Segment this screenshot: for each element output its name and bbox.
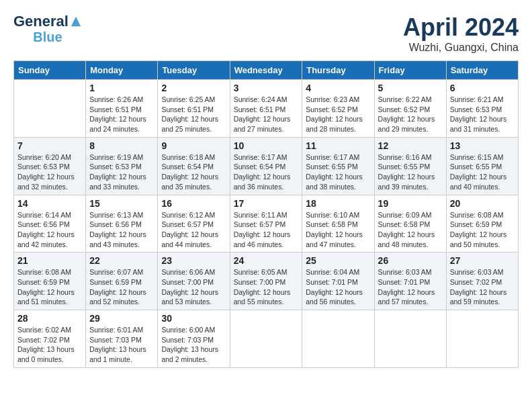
day-number: 22: [89, 255, 154, 266]
day-info: Sunrise: 6:25 AM Sunset: 6:51 PM Dayligh…: [161, 95, 226, 134]
day-number: 8: [89, 140, 154, 151]
day-info: Sunrise: 6:12 AM Sunset: 6:57 PM Dayligh…: [161, 210, 226, 250]
calendar-cell: 16Sunrise: 6:12 AM Sunset: 6:57 PM Dayli…: [158, 195, 230, 253]
day-number: 18: [306, 198, 370, 209]
calendar-cell: 3Sunrise: 6:24 AM Sunset: 6:51 PM Daylig…: [230, 80, 302, 138]
logo-text: General: [13, 13, 69, 30]
day-number: 10: [234, 140, 299, 151]
day-number: 11: [306, 140, 370, 151]
header: General Blue April 2024 Wuzhi, Guangxi, …: [13, 13, 519, 54]
day-info: Sunrise: 6:20 AM Sunset: 6:53 PM Dayligh…: [17, 152, 82, 192]
month-title: April 2024: [403, 13, 519, 42]
day-info: Sunrise: 6:14 AM Sunset: 6:56 PM Dayligh…: [17, 210, 82, 250]
day-number: 27: [450, 255, 515, 266]
calendar-cell: 6Sunrise: 6:21 AM Sunset: 6:53 PM Daylig…: [446, 80, 518, 138]
calendar-cell: 4Sunrise: 6:23 AM Sunset: 6:52 PM Daylig…: [302, 80, 374, 138]
svg-marker-0: [71, 17, 81, 26]
location-subtitle: Wuzhi, Guangxi, China: [403, 42, 519, 54]
calendar-cell: 29Sunrise: 6:01 AM Sunset: 7:03 PM Dayli…: [86, 310, 158, 368]
calendar-cell: 1Sunrise: 6:26 AM Sunset: 6:51 PM Daylig…: [86, 80, 158, 138]
day-info: Sunrise: 6:15 AM Sunset: 6:55 PM Dayligh…: [450, 152, 515, 192]
header-cell-saturday: Saturday: [446, 61, 518, 80]
calendar-cell: 15Sunrise: 6:13 AM Sunset: 6:56 PM Dayli…: [86, 195, 158, 253]
day-info: Sunrise: 6:19 AM Sunset: 6:53 PM Dayligh…: [89, 152, 154, 192]
day-info: Sunrise: 6:03 AM Sunset: 7:02 PM Dayligh…: [450, 267, 515, 307]
day-info: Sunrise: 6:09 AM Sunset: 6:58 PM Dayligh…: [378, 210, 443, 250]
day-number: 23: [161, 255, 226, 266]
header-cell-wednesday: Wednesday: [230, 61, 302, 80]
calendar-cell: 9Sunrise: 6:18 AM Sunset: 6:54 PM Daylig…: [158, 137, 230, 195]
day-number: 26: [378, 255, 443, 266]
day-info: Sunrise: 6:23 AM Sunset: 6:52 PM Dayligh…: [306, 95, 370, 134]
header-cell-monday: Monday: [86, 61, 158, 80]
calendar-week-row: 7Sunrise: 6:20 AM Sunset: 6:53 PM Daylig…: [14, 137, 519, 195]
calendar-cell: 22Sunrise: 6:07 AM Sunset: 6:59 PM Dayli…: [86, 253, 158, 310]
calendar-cell: 11Sunrise: 6:17 AM Sunset: 6:55 PM Dayli…: [302, 137, 374, 195]
day-number: 15: [89, 198, 154, 209]
title-area: April 2024 Wuzhi, Guangxi, China: [403, 13, 519, 54]
day-number: 12: [378, 140, 443, 151]
logo-icon: [70, 15, 82, 28]
day-info: Sunrise: 6:17 AM Sunset: 6:54 PM Dayligh…: [234, 152, 299, 192]
header-cell-tuesday: Tuesday: [158, 61, 230, 80]
day-info: Sunrise: 6:21 AM Sunset: 6:53 PM Dayligh…: [450, 95, 515, 134]
day-info: Sunrise: 6:01 AM Sunset: 7:03 PM Dayligh…: [89, 325, 154, 365]
day-info: Sunrise: 6:04 AM Sunset: 7:01 PM Dayligh…: [306, 267, 370, 307]
calendar-cell: [446, 310, 518, 368]
day-number: 6: [450, 83, 515, 93]
calendar-cell: 28Sunrise: 6:02 AM Sunset: 7:02 PM Dayli…: [14, 310, 86, 368]
day-info: Sunrise: 6:06 AM Sunset: 7:00 PM Dayligh…: [161, 267, 226, 307]
day-number: 14: [17, 198, 82, 209]
calendar-cell: [14, 80, 86, 138]
day-info: Sunrise: 6:05 AM Sunset: 7:00 PM Dayligh…: [234, 267, 299, 307]
day-info: Sunrise: 6:08 AM Sunset: 6:59 PM Dayligh…: [17, 267, 82, 307]
calendar-cell: 23Sunrise: 6:06 AM Sunset: 7:00 PM Dayli…: [158, 253, 230, 310]
day-number: 3: [234, 83, 299, 93]
calendar-cell: 21Sunrise: 6:08 AM Sunset: 6:59 PM Dayli…: [14, 253, 86, 310]
calendar-week-row: 14Sunrise: 6:14 AM Sunset: 6:56 PM Dayli…: [14, 195, 519, 253]
day-number: 28: [17, 313, 82, 324]
calendar-cell: 17Sunrise: 6:11 AM Sunset: 6:57 PM Dayli…: [230, 195, 302, 253]
day-info: Sunrise: 6:07 AM Sunset: 6:59 PM Dayligh…: [89, 267, 154, 307]
day-info: Sunrise: 6:00 AM Sunset: 7:03 PM Dayligh…: [161, 325, 226, 365]
day-number: 30: [161, 313, 226, 324]
day-info: Sunrise: 6:24 AM Sunset: 6:51 PM Dayligh…: [234, 95, 299, 134]
calendar-cell: 13Sunrise: 6:15 AM Sunset: 6:55 PM Dayli…: [446, 137, 518, 195]
day-number: 24: [234, 255, 299, 266]
calendar-week-row: 28Sunrise: 6:02 AM Sunset: 7:02 PM Dayli…: [14, 310, 519, 368]
header-cell-sunday: Sunday: [14, 61, 86, 80]
calendar-cell: [374, 310, 446, 368]
calendar-cell: 18Sunrise: 6:10 AM Sunset: 6:58 PM Dayli…: [302, 195, 374, 253]
calendar-cell: [230, 310, 302, 368]
calendar-header-row: SundayMondayTuesdayWednesdayThursdayFrid…: [14, 61, 519, 80]
calendar-cell: 8Sunrise: 6:19 AM Sunset: 6:53 PM Daylig…: [86, 137, 158, 195]
calendar-cell: 5Sunrise: 6:22 AM Sunset: 6:52 PM Daylig…: [374, 80, 446, 138]
header-cell-friday: Friday: [374, 61, 446, 80]
day-info: Sunrise: 6:02 AM Sunset: 7:02 PM Dayligh…: [17, 325, 82, 365]
day-number: 13: [450, 140, 515, 151]
day-number: 19: [378, 198, 443, 209]
day-number: 25: [306, 255, 370, 266]
day-info: Sunrise: 6:26 AM Sunset: 6:51 PM Dayligh…: [89, 95, 154, 134]
logo: General Blue: [13, 13, 82, 44]
day-number: 29: [89, 313, 154, 324]
day-number: 16: [161, 198, 226, 209]
day-info: Sunrise: 6:22 AM Sunset: 6:52 PM Dayligh…: [378, 95, 443, 134]
calendar-table: SundayMondayTuesdayWednesdayThursdayFrid…: [13, 60, 519, 368]
logo-blue-text: Blue: [33, 30, 62, 44]
day-number: 20: [450, 198, 515, 209]
calendar-cell: 30Sunrise: 6:00 AM Sunset: 7:03 PM Dayli…: [158, 310, 230, 368]
calendar-cell: 24Sunrise: 6:05 AM Sunset: 7:00 PM Dayli…: [230, 253, 302, 310]
calendar-cell: 20Sunrise: 6:08 AM Sunset: 6:59 PM Dayli…: [446, 195, 518, 253]
day-info: Sunrise: 6:16 AM Sunset: 6:55 PM Dayligh…: [378, 152, 443, 192]
day-number: 2: [161, 83, 226, 93]
day-number: 17: [234, 198, 299, 209]
calendar-week-row: 21Sunrise: 6:08 AM Sunset: 6:59 PM Dayli…: [14, 253, 519, 310]
day-number: 9: [161, 140, 226, 151]
day-info: Sunrise: 6:13 AM Sunset: 6:56 PM Dayligh…: [89, 210, 154, 250]
day-info: Sunrise: 6:17 AM Sunset: 6:55 PM Dayligh…: [306, 152, 370, 192]
day-number: 4: [306, 83, 370, 93]
calendar-cell: 14Sunrise: 6:14 AM Sunset: 6:56 PM Dayli…: [14, 195, 86, 253]
calendar-cell: 2Sunrise: 6:25 AM Sunset: 6:51 PM Daylig…: [158, 80, 230, 138]
day-number: 7: [17, 140, 82, 151]
